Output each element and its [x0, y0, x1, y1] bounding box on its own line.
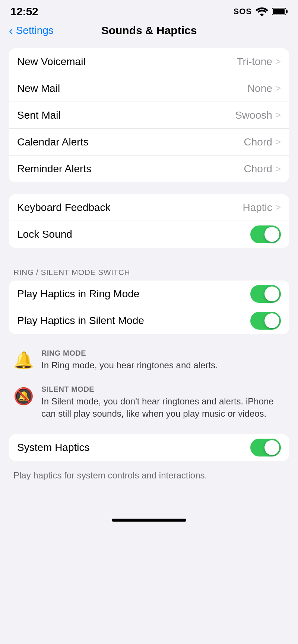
new-mail-row[interactable]: New Mail None >: [9, 75, 289, 102]
new-mail-value: None >: [247, 83, 281, 94]
battery-icon: [272, 7, 288, 16]
chevron-icon: >: [275, 109, 281, 121]
ring-silent-section-label: RING / SILENT MODE SWITCH: [0, 260, 298, 281]
ring-mode-desc: In Ring mode, you hear ringtones and ale…: [41, 359, 285, 372]
home-bar: [112, 519, 186, 522]
system-haptics-row: System Haptics: [9, 434, 289, 461]
status-bar: 12:52 SOS: [0, 0, 298, 21]
ring-mode-title: RING MODE: [41, 349, 285, 358]
keyboard-feedback-value: Haptic >: [242, 202, 281, 214]
lock-sound-label: Lock Sound: [17, 228, 72, 240]
play-haptics-silent-row: Play Haptics in Silent Mode: [9, 307, 289, 334]
page-title: Sounds & Haptics: [101, 24, 197, 37]
svg-rect-1: [286, 10, 288, 13]
system-haptics-desc: Play haptics for system controls and int…: [0, 465, 298, 489]
ring-silent-card: Play Haptics in Ring Mode Play Haptics i…: [9, 281, 289, 334]
lock-sound-toggle-thumb: [264, 227, 279, 242]
lock-sound-row: Lock Sound: [9, 221, 289, 248]
ring-mode-info: 🔔 RING MODE In Ring mode, you hear ringt…: [0, 342, 298, 378]
reminder-alerts-label: Reminder Alerts: [17, 163, 91, 175]
reminder-alerts-row[interactable]: Reminder Alerts Chord >: [9, 156, 289, 182]
chevron-icon: >: [275, 83, 281, 94]
sos-indicator: SOS: [234, 7, 252, 16]
status-time: 12:52: [10, 5, 38, 18]
lock-sound-toggle-track: [250, 225, 281, 243]
ring-mode-text: RING MODE In Ring mode, you hear rington…: [41, 349, 285, 372]
chevron-icon: >: [275, 163, 281, 175]
play-haptics-ring-label: Play Haptics in Ring Mode: [17, 288, 139, 300]
new-voicemail-value: Tri-tone >: [237, 56, 281, 68]
wifi-icon: [256, 7, 268, 16]
silent-mode-title: SILENT MODE: [41, 385, 285, 394]
play-haptics-silent-label: Play Haptics in Silent Mode: [17, 315, 144, 327]
sent-mail-value: Swoosh >: [235, 109, 281, 121]
new-voicemail-row[interactable]: New Voicemail Tri-tone >: [9, 48, 289, 75]
back-button[interactable]: ‹ Settings: [9, 25, 54, 36]
system-haptics-card: System Haptics: [9, 434, 289, 461]
bell-slash-icon: 🔕: [13, 387, 34, 406]
keyboard-feedback-label: Keyboard Feedback: [17, 202, 111, 214]
bell-icon: 🔔: [13, 350, 34, 370]
chevron-icon: >: [275, 202, 281, 213]
system-haptics-toggle[interactable]: [250, 439, 281, 456]
lock-sound-toggle[interactable]: [250, 225, 281, 243]
silent-mode-desc: In Silent mode, you don't hear ringtones…: [41, 395, 285, 420]
home-indicator: [0, 511, 298, 525]
keyboard-feedback-row[interactable]: Keyboard Feedback Haptic >: [9, 194, 289, 221]
nav-header: ‹ Settings Sounds & Haptics: [0, 21, 298, 42]
system-haptics-thumb: [264, 440, 279, 455]
new-mail-label: New Mail: [17, 83, 60, 94]
silent-mode-text: SILENT MODE In Silent mode, you don't he…: [41, 385, 285, 420]
calendar-alerts-row[interactable]: Calendar Alerts Chord >: [9, 129, 289, 156]
sent-mail-label: Sent Mail: [17, 109, 61, 121]
chevron-icon: >: [275, 136, 281, 148]
play-haptics-ring-toggle[interactable]: [250, 285, 281, 303]
sound-settings-card: New Voicemail Tri-tone > New Mail None >…: [9, 48, 289, 182]
system-haptics-track: [250, 439, 281, 456]
play-haptics-silent-thumb: [264, 313, 279, 328]
back-chevron-icon: ‹: [9, 25, 13, 36]
svg-rect-2: [273, 9, 285, 14]
status-icons: SOS: [234, 7, 288, 16]
calendar-alerts-label: Calendar Alerts: [17, 136, 88, 148]
reminder-alerts-value: Chord >: [244, 163, 281, 175]
play-haptics-ring-track: [250, 285, 281, 303]
silent-mode-info: 🔕 SILENT MODE In Silent mode, you don't …: [0, 378, 298, 427]
play-haptics-ring-thumb: [264, 286, 279, 301]
chevron-icon: >: [275, 56, 281, 67]
calendar-alerts-value: Chord >: [244, 136, 281, 148]
back-label: Settings: [16, 25, 54, 36]
play-haptics-silent-toggle[interactable]: [250, 312, 281, 330]
sent-mail-row[interactable]: Sent Mail Swoosh >: [9, 102, 289, 129]
new-voicemail-label: New Voicemail: [17, 56, 86, 68]
system-haptics-label: System Haptics: [17, 442, 90, 454]
feedback-card: Keyboard Feedback Haptic > Lock Sound: [9, 194, 289, 248]
play-haptics-ring-row: Play Haptics in Ring Mode: [9, 281, 289, 307]
play-haptics-silent-track: [250, 312, 281, 330]
